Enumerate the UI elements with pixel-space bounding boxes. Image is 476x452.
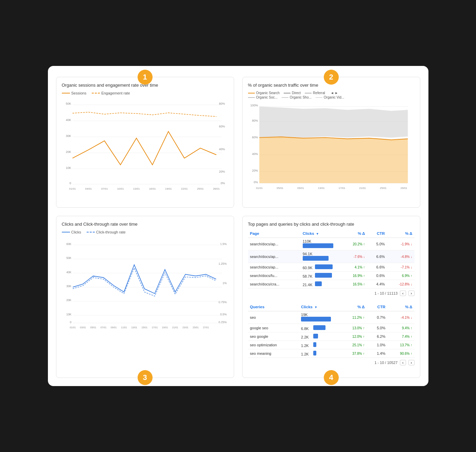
top-pages-title: Top pages and queries by clicks and clic… [248, 222, 415, 227]
svg-text:21/01: 21/01 [359, 187, 366, 190]
table-row: search/docs/ap... 60.9K 4.1% 6.6% -7.1% [248, 263, 415, 272]
svg-text:13/01: 13/01 [131, 326, 137, 329]
svg-text:1.25%: 1.25% [218, 262, 227, 265]
chart2-svg: 100% 80% 60% 40% 20% 0% 01 [248, 101, 415, 196]
badge-3: 3 [138, 370, 153, 385]
svg-text:30K: 30K [66, 284, 71, 288]
chart2-legend-row2: Organic Soc... Organic Sho... Organic Vi… [248, 95, 415, 99]
table-row: seo google 2.2K 12.0% 6.2% 7.4% [248, 332, 415, 341]
svg-text:60%: 60% [219, 125, 225, 128]
chart2-legend: Organic Search Direct Referral ◄ ► [248, 91, 415, 95]
svg-text:27/01: 27/01 [203, 326, 209, 329]
svg-text:0.75%: 0.75% [218, 300, 227, 304]
svg-text:25/01: 25/01 [197, 187, 204, 190]
main-grid: 1 Organic sessions and engagement rate o… [56, 77, 420, 378]
svg-text:10K: 10K [66, 313, 71, 316]
svg-text:09/01: 09/01 [297, 187, 304, 190]
svg-text:03/01: 03/01 [80, 326, 86, 329]
svg-text:30K: 30K [66, 134, 71, 138]
svg-text:0.5%: 0.5% [220, 313, 227, 316]
svg-text:20K: 20K [66, 150, 71, 154]
dashboard: 1 Organic sessions and engagement rate o… [48, 66, 428, 386]
table-row: search/docs/cra... 21.4K 16.5% 4.4% -12.… [248, 280, 415, 289]
svg-text:50K: 50K [66, 256, 71, 260]
svg-text:13/01: 13/01 [133, 187, 140, 190]
svg-text:10/01: 10/01 [117, 187, 124, 190]
svg-text:01/01: 01/01 [69, 187, 76, 190]
col-page: Page [248, 230, 301, 238]
svg-text:0: 0 [70, 320, 71, 324]
svg-text:05/01: 05/01 [277, 187, 283, 190]
chart3-title: Clicks and Click-through rate over time [62, 222, 228, 227]
table-row: search/docs/fu... 58.7K 16.9% 0.6% 6.9% [248, 272, 415, 280]
col-delta2: % Δ [387, 230, 415, 238]
svg-text:19/01: 19/01 [162, 326, 168, 329]
badge-2: 2 [324, 70, 339, 85]
prev-query-btn[interactable]: ‹ [400, 360, 406, 365]
svg-text:1%: 1% [223, 281, 227, 285]
svg-text:40%: 40% [219, 147, 225, 151]
col-query-delta1: % Δ [340, 303, 367, 311]
svg-marker-40 [259, 137, 408, 183]
prev-page-btn[interactable]: ‹ [400, 291, 406, 296]
legend-sessions: Sessions [62, 91, 87, 95]
svg-text:15/01: 15/01 [141, 326, 147, 329]
table-row: seo 19K 11.2% 0.7% -4.1% [248, 311, 415, 324]
svg-text:16/01: 16/01 [149, 187, 156, 190]
col-query-ctr: CTR [367, 303, 387, 311]
chart3-legend: Clicks Click-through rate [62, 230, 228, 234]
table-row: seo optimization 1.2K 25.1% 1.0% 13.7% [248, 341, 415, 349]
col-query-delta2: % Δ [387, 303, 414, 311]
svg-text:40%: 40% [252, 152, 258, 156]
card-organic-traffic: 2 % of organic search traffic over time … [242, 77, 420, 208]
svg-text:11/01: 11/01 [121, 326, 127, 329]
card-organic-sessions: 1 Organic sessions and engagement rate o… [56, 77, 234, 208]
col-query-clicks[interactable]: Clicks ▼ [299, 303, 340, 311]
svg-text:40K: 40K [66, 118, 71, 122]
col-clicks[interactable]: Clicks ▼ [301, 230, 341, 238]
chart3-svg: 60K 50K 40K 30K 20K 10K 0 1.5% 1.25% 1% … [62, 236, 228, 338]
svg-text:0.25%: 0.25% [218, 320, 227, 324]
svg-text:01/01: 01/01 [70, 326, 76, 329]
next-query-btn[interactable]: › [408, 360, 415, 365]
table-row: search/docs/ap... 110K 20.2% 5.0% -1.9% [248, 238, 415, 250]
svg-text:01/01: 01/01 [256, 187, 263, 190]
svg-text:40K: 40K [66, 271, 71, 274]
svg-text:1.5%: 1.5% [220, 242, 227, 246]
card-top-pages: 4 Top pages and queries by clicks and cl… [242, 216, 420, 378]
svg-text:19/01: 19/01 [165, 187, 172, 190]
card-clicks-ctr: 3 Clicks and Click-through rate over tim… [56, 216, 234, 378]
table-row: search/docs/ap... 94.1K -7.6% 6.6% -4.8% [248, 250, 415, 263]
svg-text:100%: 100% [250, 104, 258, 107]
svg-text:0%: 0% [253, 180, 258, 184]
svg-text:0: 0 [69, 181, 71, 185]
svg-text:23/01: 23/01 [182, 326, 188, 329]
svg-text:09/01: 09/01 [110, 326, 117, 329]
queries-table: Queries Clicks ▼ % Δ CTR % Δ seo 19K 11.… [248, 303, 415, 358]
svg-text:04/01: 04/01 [85, 187, 92, 190]
svg-text:60K: 60K [66, 242, 71, 246]
svg-text:80%: 80% [252, 119, 258, 122]
svg-text:20K: 20K [66, 298, 71, 302]
svg-text:21/01: 21/01 [172, 326, 178, 329]
legend-engagement: Engagement rate [92, 91, 130, 95]
svg-text:05/01: 05/01 [90, 326, 96, 329]
svg-text:07/01: 07/01 [100, 326, 106, 329]
badge-1: 1 [138, 70, 153, 85]
svg-text:10K: 10K [66, 166, 71, 170]
svg-text:20%: 20% [252, 169, 258, 172]
svg-text:17/01: 17/01 [152, 326, 158, 329]
svg-text:29/01: 29/01 [400, 187, 407, 190]
legend-organic-search: Organic Search [248, 91, 280, 95]
svg-text:0%: 0% [221, 181, 225, 185]
next-page-btn[interactable]: › [408, 291, 415, 296]
table-row: google seo 6.8K 13.0% 5.0% 9.4% [248, 324, 415, 332]
queries-pagination: 1 - 10 / 10527 ‹ › [248, 358, 415, 367]
badge-4: 4 [324, 370, 339, 385]
pages-table: Page Clicks ▼ % Δ CTR % Δ search/docs/ap… [248, 230, 415, 289]
col-query: Queries [248, 303, 299, 311]
legend-referral: Referral [305, 91, 325, 95]
chart1-svg: 50K 40K 30K 20K 10K 0 80% 60% 40% 20% 0% [62, 97, 228, 196]
table-row: seo meaning 1.2K 37.8% 1.4% 90.6% [248, 349, 415, 358]
svg-text:25/01: 25/01 [193, 326, 199, 329]
